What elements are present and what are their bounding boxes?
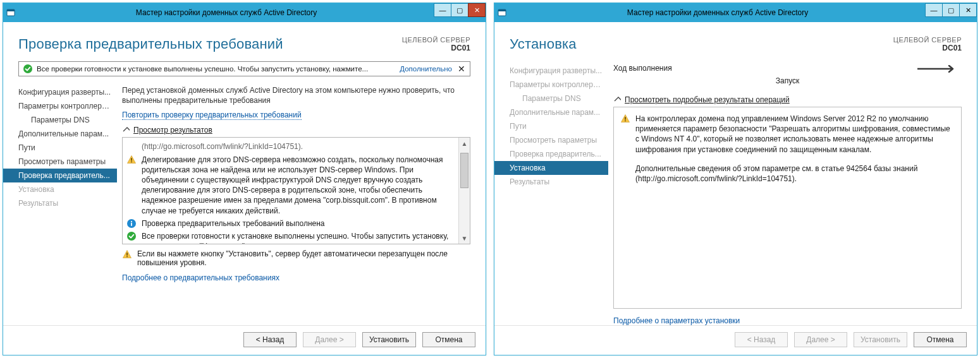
details-box: На контроллерах домена под управлением W… xyxy=(613,107,962,309)
page-title: Проверка предварительных требований xyxy=(18,36,283,52)
target-server-name: DC01 xyxy=(893,44,962,52)
status-more-link[interactable]: Дополнительно xyxy=(400,65,452,73)
titlebar: Мастер настройки доменных служб Active D… xyxy=(494,3,977,22)
wizard-sidebar: Конфигурация разверты...Параметры контро… xyxy=(494,59,608,325)
more-info-link[interactable]: Подробнее о параметрах установки xyxy=(613,316,740,325)
button-row: < Назад Далее > Установить Отмена xyxy=(3,325,486,355)
sidebar-item: Параметры DNS xyxy=(494,92,608,105)
next-button: Далее > xyxy=(303,332,356,347)
sidebar-item: Параметры контроллера... xyxy=(494,78,608,92)
sidebar-item: Установка xyxy=(3,182,117,196)
cancel-button[interactable]: Отмена xyxy=(914,332,967,347)
target-server-label: ЦЕЛЕВОЙ СЕРВЕР xyxy=(893,36,962,44)
window-title: Мастер настройки доменных служб Active D… xyxy=(510,8,926,17)
sidebar-item: Проверка предваритель... xyxy=(494,147,608,161)
app-icon xyxy=(3,3,18,22)
chevron-up-icon xyxy=(122,126,130,134)
back-button[interactable]: < Назад xyxy=(243,332,297,347)
next-button: Далее > xyxy=(794,332,847,347)
sidebar-item[interactable]: Установка xyxy=(494,161,608,175)
target-server-label: ЦЕЛЕВОЙ СЕРВЕР xyxy=(402,36,470,44)
window-buttons: — ▢ ✕ xyxy=(926,3,977,22)
result-info: Проверка предварительных требований выпо… xyxy=(142,218,455,229)
sidebar-item: Конфигурация разверты... xyxy=(494,64,608,78)
result-success: Все проверки готовности к установке выпо… xyxy=(142,231,455,244)
details-extra-text: Дополнительные сведения об этом параметр… xyxy=(635,164,955,184)
check-ok-icon xyxy=(126,231,137,244)
wizard-sidebar: Конфигурация разверты...Параметры контро… xyxy=(3,80,117,325)
warning-icon xyxy=(126,155,137,216)
details-expander-label: Просмотреть подробные результаты операци… xyxy=(625,95,790,104)
sidebar-item[interactable]: Проверка предваритель... xyxy=(3,169,117,182)
results-box: (http://go.microsoft.com/fwlink/?LinkId=… xyxy=(122,137,470,244)
restart-note: Если вы нажмете кнопку "Установить", сер… xyxy=(122,249,470,267)
status-strip: Все проверки готовности к установке выпо… xyxy=(18,61,470,76)
warning-icon xyxy=(122,249,132,267)
page-title: Установка xyxy=(510,36,577,52)
window-title: Мастер настройки доменных служб Active D… xyxy=(18,8,434,17)
status-close-icon[interactable]: ✕ xyxy=(456,64,467,73)
button-row: < Назад Далее > Установить Отмена xyxy=(494,325,977,355)
sidebar-item[interactable]: Конфигурация разверты... xyxy=(3,85,117,99)
sidebar-item: Результаты xyxy=(3,196,117,210)
maximize-button[interactable]: ▢ xyxy=(451,3,469,17)
sidebar-item: Дополнительные парам... xyxy=(494,105,608,119)
sidebar-item: Результаты xyxy=(494,175,608,189)
progress-section-title: Ход выполнения xyxy=(613,64,962,73)
restart-note-text: Если вы нажмете кнопку "Установить", сер… xyxy=(137,249,470,267)
app-icon xyxy=(494,3,510,22)
results-scrollbar[interactable]: ▲ ▼ xyxy=(458,138,470,244)
result-warning-dns: Делегирование для этого DNS-сервера нево… xyxy=(142,155,455,216)
result-truncated-url: (http://go.microsoft.com/fwlink/?LinkId=… xyxy=(142,141,455,152)
info-icon xyxy=(126,218,137,229)
target-server: ЦЕЛЕВОЙ СЕРВЕР DC01 xyxy=(402,36,470,52)
scroll-thumb[interactable] xyxy=(460,153,469,188)
results-expander[interactable]: Просмотр результатов xyxy=(122,126,470,134)
progress-arrow-icon xyxy=(917,65,962,73)
maximize-button[interactable]: ▢ xyxy=(942,3,960,17)
intro-text: Перед установкой доменных служб Active D… xyxy=(122,85,470,105)
wizard-window-prereq: Мастер настройки доменных служб Active D… xyxy=(3,3,486,355)
main-panel: Перед установкой доменных служб Active D… xyxy=(117,80,486,325)
target-server-name: DC01 xyxy=(402,44,470,52)
install-button: Установить xyxy=(854,332,907,347)
phase-label: Запуск xyxy=(613,76,962,85)
chevron-up-icon xyxy=(613,96,621,104)
warning-icon xyxy=(620,114,630,155)
target-server: ЦЕЛЕВОЙ СЕРВЕР DC01 xyxy=(893,36,962,52)
sidebar-item[interactable]: Дополнительные парам... xyxy=(3,127,117,141)
minimize-button[interactable]: — xyxy=(925,3,943,17)
more-info-link[interactable]: Подробнее о предварительных требованиях xyxy=(122,273,279,282)
minimize-button[interactable]: — xyxy=(434,3,451,17)
results-expander-label: Просмотр результатов xyxy=(133,126,212,134)
sidebar-item[interactable]: Параметры контроллера... xyxy=(3,99,117,113)
sidebar-item[interactable]: Пути xyxy=(3,141,117,155)
sidebar-item[interactable]: Параметры DNS xyxy=(3,113,117,127)
close-button[interactable]: ✕ xyxy=(468,3,486,17)
sidebar-item: Пути xyxy=(494,119,608,133)
window-buttons: — ▢ ✕ xyxy=(434,3,486,22)
details-expander[interactable]: Просмотреть подробные результаты операци… xyxy=(613,95,962,104)
sidebar-item: Просмотреть параметры xyxy=(494,133,608,147)
status-message: Все проверки готовности к установке выпо… xyxy=(37,65,396,73)
cancel-button[interactable]: Отмена xyxy=(422,332,475,347)
install-button[interactable]: Установить xyxy=(362,332,416,347)
main-panel: Ход выполнения Запуск Просмотреть подроб… xyxy=(608,59,977,325)
back-button: < Назад xyxy=(735,332,788,347)
sidebar-item[interactable]: Просмотреть параметры xyxy=(3,155,117,169)
scroll-up-icon[interactable]: ▲ xyxy=(459,138,470,149)
check-ok-icon xyxy=(23,64,33,74)
details-warning-text: На контроллерах домена под управлением W… xyxy=(635,114,955,155)
scroll-down-icon[interactable]: ▼ xyxy=(459,232,470,244)
titlebar: Мастер настройки доменных служб Active D… xyxy=(3,3,486,22)
rerun-check-link[interactable]: Повторить проверку предварительных требо… xyxy=(122,110,302,120)
close-button[interactable]: ✕ xyxy=(959,3,977,17)
wizard-window-install: Мастер настройки доменных служб Active D… xyxy=(494,3,977,355)
